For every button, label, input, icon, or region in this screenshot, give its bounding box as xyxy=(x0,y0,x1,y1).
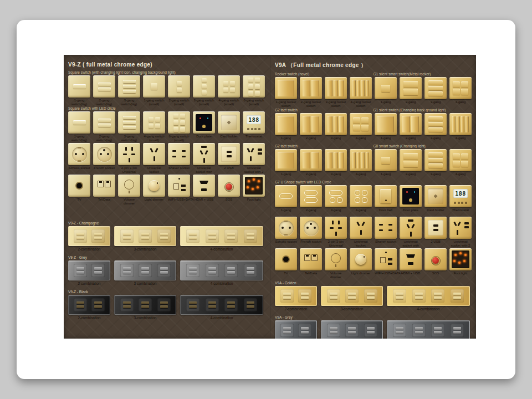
product-tile: 2-pin 3-pin Universal socket xyxy=(118,143,140,173)
switch-key xyxy=(452,116,456,132)
tile-row: 1-gang2-gang3-gang4-gang1-gang2-gang3-ga… xyxy=(275,149,472,179)
switch-key xyxy=(73,84,86,89)
tile-face xyxy=(449,217,472,239)
strip-panel xyxy=(321,320,383,339)
module-key xyxy=(301,293,309,295)
tile-face xyxy=(218,143,240,165)
earth-notch xyxy=(78,147,81,149)
tile-caption: 1-gang xyxy=(375,172,397,179)
tile-row: 1-gang rocker switch2-gang rocker switch… xyxy=(275,77,472,107)
switch-key xyxy=(361,125,369,131)
module-key xyxy=(301,331,309,334)
switch-key xyxy=(180,127,185,132)
section-subtitle-row: G7 U Shape switch with LED Circle xyxy=(275,180,472,184)
strip-module xyxy=(364,324,377,337)
tile-caption: 1-gang switch (small) xyxy=(143,99,165,105)
light-dimmer-knob-icon xyxy=(149,180,160,191)
indicator-dot xyxy=(207,117,209,119)
door-plate-screen-icon xyxy=(402,188,419,204)
product-tile: 4-gang xyxy=(449,149,472,179)
tile-caption: Volume dimmer xyxy=(325,272,347,278)
strip-module xyxy=(345,289,359,303)
color-section: V9A - Grey2-combination3-combination4-co… xyxy=(275,315,472,339)
switch-key xyxy=(357,80,360,96)
u-1-keys xyxy=(277,193,295,199)
slot xyxy=(125,147,127,151)
section-subtitle-right: G8 smart switch (Changing light) xyxy=(374,144,472,148)
usb-slot xyxy=(258,149,262,151)
switch-key xyxy=(304,197,318,203)
slot xyxy=(123,154,127,155)
strip-module xyxy=(120,264,134,277)
switch-key xyxy=(123,85,136,88)
tile-face xyxy=(275,185,297,207)
usb-slot xyxy=(258,152,262,155)
column-v9z: V9-Z ( full metal chrome edge) Square sw… xyxy=(64,55,270,339)
usb-slot xyxy=(181,185,186,187)
switch-key xyxy=(366,152,369,168)
tile-face xyxy=(350,185,372,207)
tile-caption: 2-pin 3-pin Universal socket xyxy=(118,166,140,173)
strip-row: 2-combination3-combination4-combination xyxy=(68,295,265,320)
product-tile: Universal socket with 2 USB xyxy=(243,143,265,173)
switch-key xyxy=(334,152,339,168)
product-tile: 4-gang rocker switch xyxy=(350,77,372,107)
switch-key xyxy=(151,83,157,90)
tile-caption: HDMI + USB xyxy=(193,198,215,204)
product-tile: 2-gang xyxy=(300,185,322,215)
module-key xyxy=(227,233,235,236)
module-key xyxy=(283,331,291,334)
strip-module xyxy=(393,289,406,303)
product-tile: 3-gang switch(big) xyxy=(118,75,140,105)
tile-face: 188 xyxy=(243,111,265,134)
module-key xyxy=(247,233,254,236)
module-key xyxy=(141,301,149,304)
module-key xyxy=(208,271,216,274)
tile-caption: Universal socket with 2 USB xyxy=(449,240,472,247)
product-tile: 3-gang switch(big) xyxy=(118,111,140,141)
tile-face xyxy=(143,175,165,197)
combination-label: 3-combination xyxy=(114,247,176,251)
switch-key xyxy=(180,120,185,125)
section-subtitle-left: G7 U Shape switch with LED Circle xyxy=(275,180,374,184)
product-tile: Shaver socket xyxy=(168,143,190,173)
switch-key xyxy=(123,121,136,124)
tile-caption: 2-gang xyxy=(300,172,322,179)
strip-panel xyxy=(114,260,176,280)
led-dot xyxy=(253,178,255,181)
button xyxy=(458,202,460,204)
module-key xyxy=(189,237,197,239)
strip-module xyxy=(412,324,426,337)
tile-face xyxy=(300,113,322,135)
module-key xyxy=(247,305,254,308)
module-key xyxy=(189,305,197,308)
sq-4-keys xyxy=(222,81,236,93)
tile-face xyxy=(400,149,422,171)
switch-key xyxy=(357,152,360,168)
tile-face xyxy=(300,77,322,99)
switch-key xyxy=(428,158,443,162)
module-key xyxy=(123,301,131,304)
tile-face xyxy=(275,149,297,171)
product-tile: Universal socket xyxy=(350,217,372,247)
slot xyxy=(330,227,334,229)
pn-3-keys xyxy=(428,80,443,96)
universal-2usb-socket-icon xyxy=(243,143,265,165)
tile-row: 1-gang2-gang3-gang4-gang1-gang2-gang3-ga… xyxy=(275,113,472,143)
universal-2usb-socket-icon xyxy=(449,217,472,239)
switch-key xyxy=(453,161,460,167)
module-key xyxy=(434,327,442,330)
hdmi-usb-icon xyxy=(193,175,215,197)
module-key xyxy=(123,233,131,236)
color-sections: V9-Z - Champagne2-combination3-combinati… xyxy=(68,221,265,320)
module-key xyxy=(367,327,375,330)
module-key xyxy=(367,293,375,295)
tile-face xyxy=(350,248,372,270)
earth-notch xyxy=(284,221,288,222)
tile-caption: 2-gang xyxy=(300,208,322,215)
strip-module xyxy=(224,264,238,277)
combination-label: 4-combination xyxy=(180,316,263,320)
tile-face xyxy=(68,175,90,197)
button xyxy=(254,128,257,130)
product-tile: Tel/Data xyxy=(93,175,115,204)
